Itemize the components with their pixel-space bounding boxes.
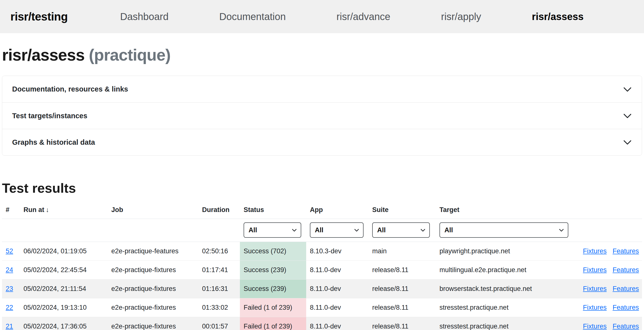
column-header-duration: Duration: [198, 202, 240, 219]
status-cell: Success (239): [240, 261, 306, 280]
table-row: 24 05/02/2024, 22:45:54 e2e-practique-fi…: [2, 261, 642, 280]
run-number-link[interactable]: 52: [6, 248, 13, 255]
column-header-num: #: [2, 202, 20, 219]
column-header-app: App: [306, 202, 368, 219]
column-header-features: [609, 202, 642, 219]
app-cell: 8.11.0-dev: [306, 317, 368, 330]
run-number-link[interactable]: 22: [6, 304, 13, 311]
features-link[interactable]: Features: [612, 285, 639, 292]
fixtures-link[interactable]: Fixtures: [583, 266, 607, 274]
page-title-subtitle: (practique): [89, 46, 170, 64]
suite-filter-select[interactable]: All: [372, 222, 430, 238]
nav-link-risr-advance[interactable]: risr/advance: [336, 11, 390, 22]
status-cell: Success (702): [240, 242, 306, 261]
filter-row: All All All: [2, 219, 642, 242]
fixtures-link[interactable]: Fixtures: [583, 248, 607, 255]
status-cell: Failed (1 of 239): [240, 298, 306, 317]
top-navbar: risr/testing Dashboard Documentation ris…: [0, 0, 644, 33]
status-cell: Success (239): [240, 280, 306, 298]
suite-cell: main: [368, 242, 436, 261]
accordion-label: Graphs & historical data: [12, 138, 95, 146]
run-number-link[interactable]: 24: [6, 266, 13, 274]
run-at-cell: 05/02/2024, 17:36:05: [20, 317, 108, 330]
brand-logo[interactable]: risr/testing: [10, 10, 68, 23]
accordion-header-documentation-resources-links[interactable]: Documentation, resources & links: [2, 76, 642, 102]
job-cell: e2e-practique-features: [108, 242, 198, 261]
run-number-link[interactable]: 21: [6, 322, 13, 330]
column-header-target: Target: [436, 202, 579, 219]
suite-cell: release/8.11: [368, 317, 436, 330]
app-filter-select[interactable]: All: [310, 222, 364, 238]
column-header-job: Job: [108, 202, 198, 219]
nav-link-risr-assess[interactable]: risr/assess: [532, 11, 584, 22]
fixtures-link[interactable]: Fixtures: [583, 285, 607, 292]
nav-link-documentation[interactable]: Documentation: [219, 11, 286, 22]
app-cell: 8.11.0-dev: [306, 280, 368, 298]
duration-cell: 01:16:31: [198, 280, 240, 298]
features-link[interactable]: Features: [612, 304, 639, 311]
app-cell: 8.10.3-dev: [306, 242, 368, 261]
accordion-header-graphs-historical-data[interactable]: Graphs & historical data: [2, 129, 642, 155]
nav-link-risr-apply[interactable]: risr/apply: [441, 11, 481, 22]
test-results-table: # Run at↓ Job Duration Status App Suite …: [2, 202, 642, 330]
status-filter-select[interactable]: All: [244, 222, 301, 238]
accordion-label: Documentation, resources & links: [12, 85, 128, 93]
fixtures-link[interactable]: Fixtures: [583, 322, 607, 330]
run-at-cell: 05/02/2024, 21:11:54: [20, 280, 108, 298]
fixtures-link[interactable]: Fixtures: [583, 304, 607, 311]
suite-cell: release/8.11: [368, 298, 436, 317]
run-at-cell: 06/02/2024, 01:19:05: [20, 242, 108, 261]
duration-cell: 00:01:57: [198, 317, 240, 330]
table-row: 52 06/02/2024, 01:19:05 e2e-practique-fe…: [2, 242, 642, 261]
page-title-text: risr/assess: [2, 46, 84, 64]
target-cell: playwright.practique.net: [436, 242, 579, 261]
target-cell: multilingual.e2e.practique.net: [436, 261, 579, 280]
table-row: 23 05/02/2024, 21:11:54 e2e-practique-fi…: [2, 280, 642, 298]
duration-cell: 01:17:41: [198, 261, 240, 280]
status-cell: Failed (1 of 239): [240, 317, 306, 330]
sort-descending-icon: ↓: [46, 206, 49, 214]
accordion-label: Test targets/instances: [12, 112, 87, 120]
job-cell: e2e-practique-fixtures: [108, 280, 198, 298]
features-link[interactable]: Features: [612, 322, 639, 330]
features-link[interactable]: Features: [612, 266, 639, 274]
accordion-header-test-targets-instances[interactable]: Test targets/instances: [2, 102, 642, 129]
target-cell: stresstest.practique.net: [436, 298, 579, 317]
column-header-status: Status: [240, 202, 306, 219]
duration-cell: 01:33:02: [198, 298, 240, 317]
column-header-run-at[interactable]: Run at↓: [20, 202, 108, 219]
column-header-fixtures: [579, 202, 609, 219]
job-cell: e2e-practique-fixtures: [108, 317, 198, 330]
nav-link-dashboard[interactable]: Dashboard: [120, 11, 169, 22]
table-row: 22 05/02/2024, 19:13:10 e2e-practique-fi…: [2, 298, 642, 317]
main-content: risr/assess (practique) Documentation, r…: [0, 46, 644, 330]
test-results-heading: Test results: [2, 180, 642, 196]
duration-cell: 02:50:16: [198, 242, 240, 261]
chevron-down-icon: [623, 85, 632, 94]
target-cell: stresstest.practique.net: [436, 317, 579, 330]
suite-cell: release/8.11: [368, 280, 436, 298]
chevron-down-icon: [623, 111, 632, 120]
nav-list: Dashboard Documentation risr/advance ris…: [120, 11, 584, 22]
accordion: Documentation, resources & links Test ta…: [2, 76, 642, 156]
run-at-cell: 05/02/2024, 19:13:10: [20, 298, 108, 317]
target-filter-select[interactable]: All: [440, 222, 568, 238]
table-header-row: # Run at↓ Job Duration Status App Suite …: [2, 202, 642, 219]
page-title: risr/assess (practique): [2, 46, 642, 64]
target-cell: browserstack.test.practique.net: [436, 280, 579, 298]
chevron-down-icon: [623, 138, 632, 147]
job-cell: e2e-practique-fixtures: [108, 261, 198, 280]
run-at-cell: 05/02/2024, 22:45:54: [20, 261, 108, 280]
app-cell: 8.11.0-dev: [306, 298, 368, 317]
table-row: 21 05/02/2024, 17:36:05 e2e-practique-fi…: [2, 317, 642, 330]
suite-cell: release/8.11: [368, 261, 436, 280]
column-header-suite: Suite: [368, 202, 436, 219]
app-cell: 8.11.0-dev: [306, 261, 368, 280]
job-cell: e2e-practique-fixtures: [108, 298, 198, 317]
run-number-link[interactable]: 23: [6, 285, 13, 292]
features-link[interactable]: Features: [612, 248, 639, 255]
